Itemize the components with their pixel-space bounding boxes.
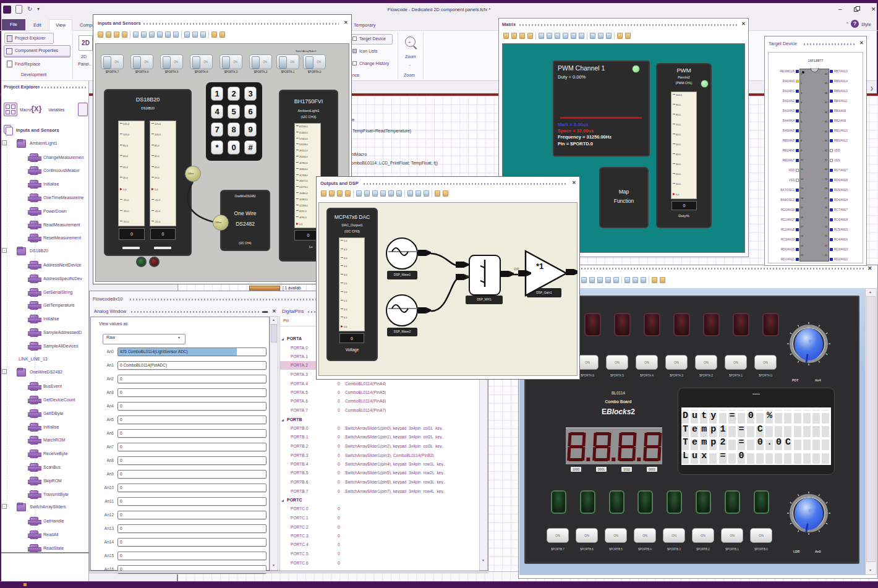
svg-text:I/P: I/P xyxy=(466,275,470,278)
svg-text:O/P: O/P xyxy=(514,267,519,271)
svg-text:*1: *1 xyxy=(536,262,543,271)
